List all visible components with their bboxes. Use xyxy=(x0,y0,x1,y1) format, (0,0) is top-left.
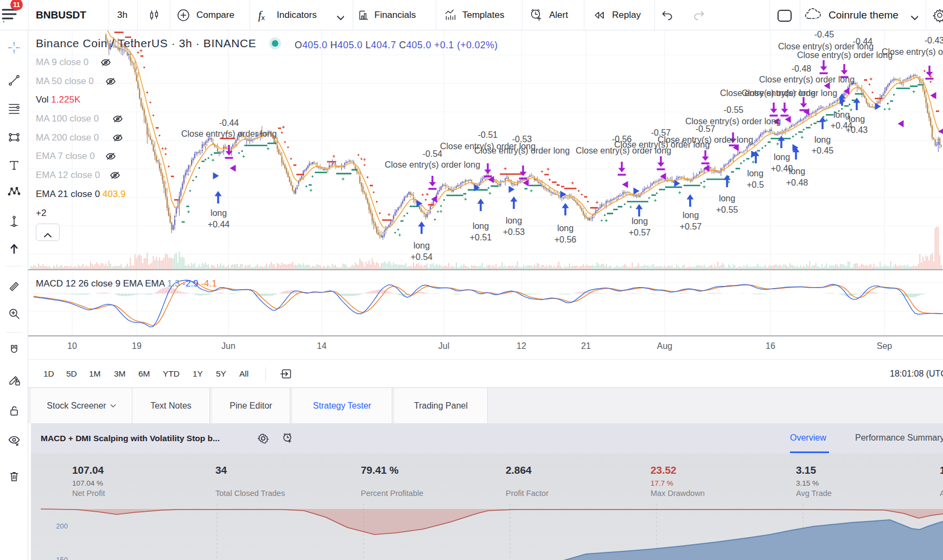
svg-text:Close entry(s) order long: Close entry(s) order long xyxy=(742,88,837,98)
svg-text:Close entry(s) order long: Close entry(s) order long xyxy=(797,50,893,60)
svg-text:long: long xyxy=(557,224,574,233)
svg-text:+0.54: +0.54 xyxy=(411,252,433,262)
svg-text:-0.53: -0.53 xyxy=(512,135,532,144)
svg-text:long: long xyxy=(814,135,831,144)
svg-text:Close entry(s) order long: Close entry(s) order long xyxy=(474,146,570,155)
svg-text:-0.44: -0.44 xyxy=(219,118,239,128)
svg-text:+0.5: +0.5 xyxy=(747,180,764,189)
svg-text:+0.45: +0.45 xyxy=(812,146,834,155)
svg-text:Close entry(s) order long: Close entry(s) order long xyxy=(658,135,753,144)
svg-text:-0.55: -0.55 xyxy=(724,105,744,114)
svg-text:+0.44: +0.44 xyxy=(208,220,230,229)
svg-text:+0.53: +0.53 xyxy=(503,227,525,237)
svg-text:+0.57: +0.57 xyxy=(680,222,702,231)
svg-text:long: long xyxy=(506,216,522,225)
svg-text:-0.48: -0.48 xyxy=(792,64,812,73)
svg-text:Close entry(s) order long: Close entry(s) order long xyxy=(685,117,781,126)
svg-text:long: long xyxy=(211,208,227,218)
svg-text:long: long xyxy=(413,241,430,250)
svg-text:long: long xyxy=(833,110,850,119)
svg-text:long: long xyxy=(849,114,865,124)
svg-text:+0.43: +0.43 xyxy=(846,125,868,135)
svg-text:Close entry(s) order long: Close entry(s) order long xyxy=(882,47,943,56)
svg-text:-0.44: -0.44 xyxy=(853,37,873,46)
svg-text:-0.54: -0.54 xyxy=(423,149,443,158)
svg-text:+0.56: +0.56 xyxy=(555,235,577,244)
svg-text:+0.55: +0.55 xyxy=(716,205,738,214)
svg-text:-0.51: -0.51 xyxy=(478,130,498,139)
svg-text:long: long xyxy=(719,194,735,203)
svg-text:long: long xyxy=(683,211,699,220)
svg-text:Close entry(s) order long: Close entry(s) order long xyxy=(759,75,855,84)
svg-text:long: long xyxy=(774,152,790,162)
svg-text:Close entry(s) order long: Close entry(s) order long xyxy=(385,160,480,169)
svg-text:+0.57: +0.57 xyxy=(629,228,651,237)
svg-text:-0.45: -0.45 xyxy=(814,30,834,39)
svg-text:long: long xyxy=(747,169,763,178)
svg-text:+0.51: +0.51 xyxy=(470,233,492,242)
svg-text:long: long xyxy=(632,217,648,226)
svg-text:-0.43: -0.43 xyxy=(925,36,943,45)
svg-text:long: long xyxy=(789,167,805,176)
svg-text:long: long xyxy=(473,221,489,231)
svg-text:Close entry(s) order long: Close entry(s) order long xyxy=(181,129,277,138)
svg-text:+0.48: +0.48 xyxy=(786,178,808,187)
